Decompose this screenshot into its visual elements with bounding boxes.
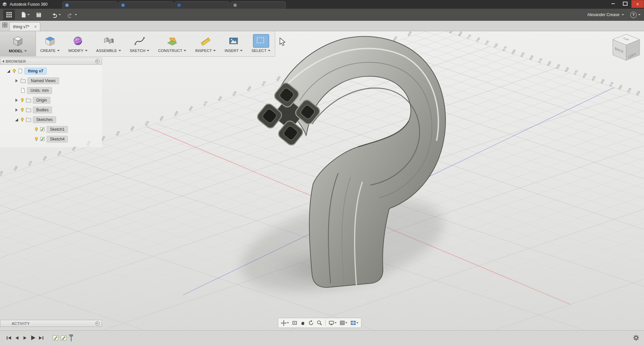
visibility-bulb-icon[interactable] [20,98,24,103]
skip-to-start-button[interactable] [5,334,13,342]
browser-panel-header[interactable]: BROWSER [0,58,102,65]
tab-favicon [178,4,181,7]
workspace-switcher-model[interactable]: MODEL [0,31,36,56]
sketch-icon [40,136,45,141]
app-launcher-button[interactable] [3,10,15,20]
panel-options-icon[interactable] [95,59,100,63]
tree-row[interactable]: Origin [0,95,102,105]
collapse-panel-icon[interactable] [2,60,4,63]
maximize-button[interactable] [619,0,631,7]
insert-icon [228,34,240,48]
tab-favicon [121,4,125,7]
viewports-icon [350,320,356,326]
chevron-down-icon [335,322,337,324]
ribbon-menu-construct[interactable]: CONSTRUCT [154,31,191,56]
navigation-bar [278,318,361,328]
tree-expander-icon[interactable] [15,108,19,112]
grid-display-button[interactable] [339,320,348,326]
tree-row[interactable]: Sketches [0,115,102,124]
orbit-button[interactable] [307,320,315,326]
panel-options-icon[interactable] [95,321,100,326]
ribbon-menu-sketch[interactable]: SKETCH [126,31,154,56]
ribbon-menu-insert[interactable]: INSERT [220,31,247,56]
folder-icon [26,117,31,122]
ribbon-menu-modify[interactable]: MODIFY [64,31,92,56]
visibility-bulb-icon[interactable] [12,69,16,73]
save-button[interactable] [34,11,44,19]
visibility-bulb-icon[interactable] [35,137,38,141]
step-forward-button[interactable] [21,334,29,342]
zoom-button[interactable] [316,320,323,326]
tree-row[interactable]: Sketch1 [0,124,102,134]
tree-row[interactable]: Sketch4 [0,134,102,144]
ribbon-menu-inspect[interactable]: INSPECT [191,31,220,56]
tree-row[interactable]: Bodies [0,105,102,115]
help-menu[interactable]: ? [630,12,641,18]
skip-to-end-button[interactable] [37,334,45,342]
visibility-toggle[interactable] [20,108,24,112]
display-settings-button[interactable] [328,320,338,326]
chevron-down-icon [75,14,77,15]
tree-expander-icon[interactable] [15,118,19,122]
minimize-button[interactable] [607,0,619,7]
tree-item-label[interactable]: Sketches [33,116,56,123]
tree-item-label[interactable]: Bodies [33,107,52,113]
file-menu-button[interactable] [19,10,32,19]
user-account-menu[interactable]: Alexander Crease [587,12,624,17]
tree-row[interactable]: thing v7 [0,66,102,76]
timeline-feature-sketch1[interactable] [52,335,59,341]
tree-item-label[interactable]: Named Views [28,77,59,84]
data-panel-toggle[interactable] [2,22,7,29]
visibility-bulb-icon[interactable] [35,127,38,132]
browser-tab[interactable] [175,1,230,9]
tree-item-label[interactable]: Sketch4 [47,136,68,142]
grid-dots-icon [6,12,12,17]
play-button[interactable] [29,334,37,342]
tree-expander-icon[interactable] [7,69,11,73]
visibility-toggle[interactable] [12,69,16,73]
ribbon-menu-select[interactable]: SELECT [247,31,275,56]
timeline-position-marker[interactable] [68,334,74,342]
step-back-button[interactable] [13,334,21,342]
tree-item-label[interactable]: Sketch1 [47,126,68,133]
redo-button[interactable] [65,11,79,19]
orbit-pan-button[interactable] [280,320,290,327]
visibility-toggle[interactable] [20,98,24,103]
view-cube[interactable]: TOP BACK LEFT [609,32,644,66]
timeline-feature-sketch4[interactable] [60,335,67,341]
redo-icon [67,12,73,18]
assemble-icon [103,34,115,48]
browser-tab[interactable] [231,1,286,9]
document-tab-active[interactable]: thing v7* × [9,22,40,31]
browser-tab[interactable] [62,1,117,9]
browser-panel-title: BROWSER [6,59,95,63]
tree-expander-icon[interactable] [15,98,19,102]
tree-item-label[interactable]: Origin [33,97,50,104]
ribbon-menu-create[interactable]: CREATE [36,31,64,56]
ribbon-menu-assemble[interactable]: ASSEMBLE [92,31,126,56]
tree-item-label[interactable]: Units: mm [27,87,52,94]
viewports-button[interactable] [349,320,359,326]
chevron-down-icon [287,322,289,324]
tab-close-icon[interactable]: × [34,24,37,29]
tree-row[interactable]: Named Views [0,76,102,85]
document-icon-wrap [18,68,23,73]
tree-row[interactable]: Units: mm [0,85,102,95]
visibility-toggle[interactable] [35,127,38,132]
close-button[interactable]: × [631,0,644,8]
preferences-gear-button[interactable] [633,335,639,341]
chevron-down-icon [57,50,60,51]
browser-tab[interactable] [118,1,174,9]
magnifier-icon [317,320,322,326]
activity-panel-header[interactable]: ACTIVITY [0,320,102,327]
tree-item-label[interactable]: thing v7 [24,68,47,74]
timeline-features [52,334,74,342]
visibility-bulb-icon[interactable] [20,108,24,112]
visibility-toggle[interactable] [20,117,24,122]
pan-button[interactable] [299,320,306,326]
visibility-toggle[interactable] [35,137,38,141]
undo-button[interactable] [49,11,63,19]
look-at-button[interactable] [291,320,298,326]
visibility-bulb-icon[interactable] [20,117,24,122]
tree-expander-icon[interactable] [15,79,19,83]
